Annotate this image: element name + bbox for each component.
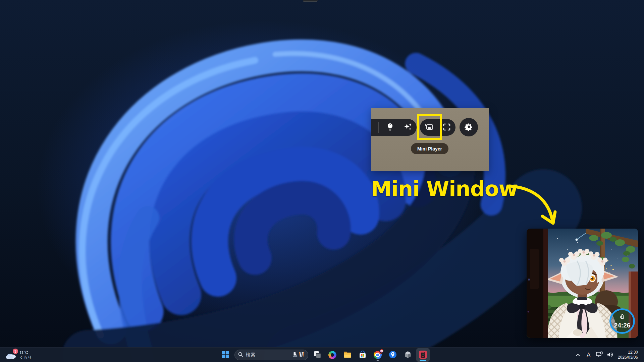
chevron-up-icon bbox=[576, 353, 580, 358]
ethernet-network-icon bbox=[596, 351, 603, 359]
speaker-icon bbox=[606, 352, 614, 359]
search-input[interactable]: 検索 bbox=[234, 350, 308, 360]
ice-skate-icon bbox=[292, 352, 298, 359]
weather-alert-badge: 3 bbox=[13, 349, 18, 354]
unity-hub-button[interactable] bbox=[401, 348, 415, 362]
tray-chevron-up-button[interactable] bbox=[573, 349, 583, 361]
ime-mode-button[interactable]: A bbox=[584, 349, 594, 361]
system-tray: A bbox=[573, 348, 644, 362]
auto-enhance-button[interactable] bbox=[401, 119, 415, 136]
start-button[interactable] bbox=[219, 348, 232, 362]
red-cat-app-icon bbox=[419, 350, 427, 360]
weather-condition: くもり bbox=[19, 355, 32, 360]
volume-button[interactable] bbox=[605, 349, 615, 361]
annotation-arrow-icon bbox=[503, 179, 564, 233]
mini-window-annotation: Mini Window bbox=[371, 177, 518, 201]
player-controls-pill-left bbox=[371, 119, 417, 136]
search-icon bbox=[238, 352, 243, 358]
clock-date: 2026/03/06 bbox=[618, 355, 638, 360]
ski-icon bbox=[299, 352, 305, 359]
mini-player-window[interactable]: 24:26 bbox=[527, 229, 638, 338]
ime-mode-label: A bbox=[587, 352, 591, 358]
copilot-button[interactable] bbox=[326, 348, 339, 362]
chrome-button[interactable]: m bbox=[371, 348, 384, 362]
active-app-indicator bbox=[420, 360, 426, 361]
file-explorer-button[interactable] bbox=[341, 348, 354, 362]
tooltip-label: Mini Player bbox=[417, 146, 442, 152]
mini-player-tooltip: Mini Player bbox=[411, 143, 448, 154]
red-cat-app-button[interactable] bbox=[416, 348, 430, 362]
microsoft-store-button[interactable] bbox=[356, 348, 369, 362]
player-controls-panel: Mini Player bbox=[371, 108, 489, 171]
task-view-icon bbox=[313, 351, 321, 360]
map-pin-app-button[interactable] bbox=[386, 348, 399, 362]
clock-time: 12:30 bbox=[628, 350, 638, 355]
sparkles-icon bbox=[404, 123, 412, 132]
settings-button[interactable] bbox=[460, 118, 478, 136]
folder-icon bbox=[343, 351, 352, 359]
pomodoro-timer-badge[interactable]: 24:26 bbox=[609, 308, 635, 334]
desktop: Mini Player Mini Window bbox=[0, 0, 644, 362]
weather-temperature: 11°C bbox=[19, 350, 32, 355]
chrome-notification-badge: m bbox=[379, 349, 384, 353]
ambient-light-button[interactable] bbox=[383, 119, 397, 136]
task-view-button[interactable] bbox=[311, 348, 324, 362]
store-icon bbox=[359, 351, 367, 360]
timer-value: 24:26 bbox=[614, 322, 631, 329]
windows-logo-icon bbox=[222, 351, 229, 359]
gear-icon bbox=[465, 122, 473, 132]
controls-divider bbox=[378, 122, 379, 133]
network-button[interactable] bbox=[594, 349, 604, 361]
taskbar: 3 11°C くもり bbox=[0, 347, 644, 362]
cloud-icon bbox=[5, 355, 17, 361]
flame-icon bbox=[619, 313, 626, 322]
taskbar-weather-widget[interactable]: 3 11°C くもり bbox=[3, 349, 34, 361]
running-indicator bbox=[377, 360, 379, 361]
taskbar-clock[interactable]: 12:30 2026/03/06 bbox=[616, 350, 640, 360]
copilot-icon bbox=[328, 351, 336, 359]
taskbar-center: 検索 bbox=[219, 348, 430, 362]
miniplayer-highlight-box bbox=[417, 114, 442, 140]
fullscreen-icon bbox=[443, 123, 450, 132]
unity-cube-icon bbox=[404, 351, 412, 360]
lightbulb-icon bbox=[386, 123, 394, 132]
top-center-notch bbox=[303, 0, 318, 2]
map-pin-icon bbox=[389, 351, 397, 360]
search-placeholder: 検索 bbox=[246, 352, 289, 358]
